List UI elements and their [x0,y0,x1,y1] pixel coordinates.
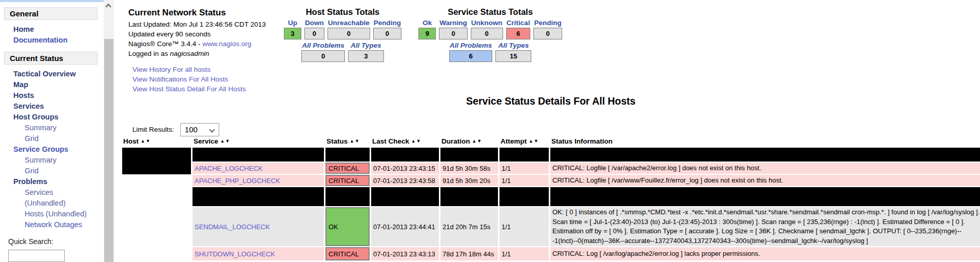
sort-icons-host[interactable]: ▲▼ [141,138,151,144]
scrollbar-up-button[interactable] [104,0,114,11]
host-totals-title: Host Status Totals [280,7,406,17]
service-totals-table: Ok Warning Unknown Critical Pending 9 0 … [415,18,565,41]
column-header-status: Status [326,137,348,145]
sort-icons-duration[interactable]: ▲▼ [472,138,482,144]
attempt-cell: 1/1 [499,163,549,174]
network-status-title: Current Network Status [128,8,266,18]
host-all-problems-label[interactable]: All Problems [301,42,345,49]
sidebar-section-current-status: Current Status [4,52,98,65]
sidebar-item-problem-services-unhandled[interactable]: (Unhandled) [13,198,104,209]
sidebar: General Home Documentation Current Statu… [0,0,104,262]
service-status-table-wrap: Host ▲▼ Service ▲▼ Status ▲▼ Last Check … [121,134,980,261]
sort-icons-service[interactable]: ▲▼ [220,138,230,144]
host-totals-up-count[interactable]: 3 [284,28,301,39]
service-totals-header-warning[interactable]: Warning [439,19,468,27]
chevron-down-icon [209,127,215,132]
sidebar-item-host-groups[interactable]: Host Groups [13,112,104,123]
sort-icons-status[interactable]: ▲▼ [350,138,360,144]
status-information-cell: CRITICAL: Log [ /var/log/apache2/error.l… [550,247,980,260]
last-check-cell: 07-01-2013 23:44:41 [371,207,439,246]
sidebar-item-documentation[interactable]: Documentation [13,35,104,46]
host-totals-header-up[interactable]: Up [284,19,301,27]
service-all-problems-count[interactable]: 6 [449,50,493,62]
sidebar-item-tactical-overview[interactable]: Tactical Overview [13,69,104,79]
host-all-types-label[interactable]: All Types [348,42,384,49]
service-link[interactable]: SENDMAIL_LOGCHECK [195,223,270,231]
quick-search-input[interactable] [8,250,65,262]
sidebar-item-map[interactable]: Map [13,79,104,90]
scrollbar-thumb[interactable] [104,39,113,262]
update-interval-line: Updated every 90 seconds [128,29,266,39]
sidebar-item-network-outages[interactable]: Network Outages [13,219,104,230]
sidebar-item-servicegroup-summary[interactable]: Summary [13,155,104,166]
attempt-cell: 1/1 [499,207,549,246]
status-information-cell: CRITICAL: Logfile [ /var/www/Fouillez.fr… [550,175,980,186]
version-prefix: Nagios® Core™ 3.4.4 - [128,40,202,48]
column-header-duration: Duration [441,137,470,145]
view-history-link[interactable]: View History For all hosts [132,65,246,74]
host-totals-table: Up Down Unreachable Pending 3 0 0 0 [281,18,405,41]
redacted-cell [371,187,439,206]
host-totals-pending-count[interactable]: 0 [373,28,401,39]
last-check-cell: 07-01-2013 23:43:13 [371,247,439,260]
sidebar-top-border [0,0,104,2]
sidebar-item-problems[interactable]: Problems [13,176,104,187]
service-totals-pending-count[interactable]: 0 [533,28,562,39]
sidebar-item-hostgroup-summary[interactable]: Summary [13,123,104,133]
sidebar-scrollbar[interactable] [104,0,114,262]
redacted-cell [499,187,549,206]
sidebar-item-hostgroup-grid[interactable]: Grid [13,133,104,144]
service-totals-header-pending[interactable]: Pending [533,19,562,27]
service-totals-ok-count[interactable]: 9 [418,28,436,39]
last-check-cell: 07-01-2013 23:43:58 [371,175,439,186]
status-information-cell: CRITICAL: Logfile [ /var/apache2/error.l… [550,163,980,174]
nagios-org-link[interactable]: www.nagios.org [202,40,251,48]
host-totals-header-unreachable[interactable]: Unreachable [328,19,370,27]
service-totals-header-critical[interactable]: Critical [506,19,531,27]
sidebar-section-general: General [4,7,98,20]
view-notifications-link[interactable]: View Notifications For All Hosts [132,74,246,84]
nagios-screen: General Home Documentation Current Statu… [0,0,980,262]
service-all-types-count[interactable]: 15 [495,50,531,62]
host-cell-empty [122,187,191,260]
redacted-cell [325,187,370,206]
host-totals-down-count[interactable]: 0 [304,28,324,39]
status-cell: CRITICAL [325,247,370,260]
host-totals-unreachable-count[interactable]: 0 [328,28,370,39]
service-all-problems-label[interactable]: All Problems [449,42,493,49]
host-totals-header-down[interactable]: Down [304,19,324,27]
service-totals-critical-count[interactable]: 6 [506,28,531,39]
duration-cell: 91d 5h 30m 58s [440,163,498,174]
view-host-status-link[interactable]: View Host Status Detail For All Hosts [132,84,246,94]
service-link[interactable]: APACHE_PHP_LOGCHECK [195,177,280,185]
host-cell-redacted [122,148,191,186]
redacted-cell [550,187,980,206]
redaction-black-box [122,148,191,174]
sidebar-item-hosts[interactable]: Hosts [13,90,104,101]
sidebar-item-problem-services[interactable]: Services [13,187,104,198]
sort-icons-last-check[interactable]: ▲▼ [411,138,421,144]
sidebar-item-service-groups[interactable]: Service Groups [13,144,104,155]
service-totals-unknown-count[interactable]: 0 [471,28,503,39]
service-all-types-label[interactable]: All Types [495,42,531,49]
sidebar-item-services[interactable]: Services [13,101,104,112]
redacted-cell [193,187,324,206]
redacted-cell [440,148,498,162]
service-link[interactable]: APACHE_LOGCHECK [195,165,263,172]
host-totals-header-pending[interactable]: Pending [373,19,401,27]
host-all-types-count[interactable]: 3 [348,50,384,62]
sidebar-item-home[interactable]: Home [13,24,104,35]
sidebar-item-problem-hosts-unhandled[interactable]: Hosts (Unhandled) [13,209,104,219]
table-row-redacted [122,148,980,162]
redacted-cell [440,187,498,206]
host-all-problems-count[interactable]: 0 [301,50,345,62]
service-totals-warning-count[interactable]: 0 [439,28,468,39]
column-header-host: Host [123,137,139,145]
service-totals-all-table: All Problems All Types 6 15 [446,41,535,63]
sidebar-item-servicegroup-grid[interactable]: Grid [13,166,104,176]
sort-icons-attempt[interactable]: ▲▼ [529,138,539,144]
service-link[interactable]: SHUTDOWN_LOGCHECK [195,250,275,258]
service-totals-header-ok[interactable]: Ok [418,19,436,27]
table-row: SENDMAIL_LOGCHECK OK 07-01-2013 23:44:41… [122,207,980,246]
service-totals-header-unknown[interactable]: Unknown [471,19,503,27]
